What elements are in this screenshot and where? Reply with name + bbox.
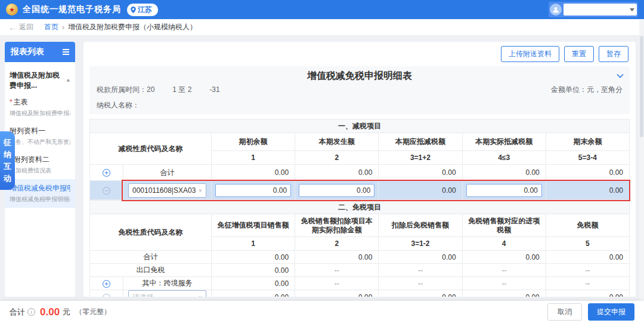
cell-value: 0.00 [546,165,629,181]
location-pin-icon [131,7,136,13]
back-arrow-icon[interactable]: ← [8,23,17,32]
footer-amount-words: （零元整） [75,307,111,317]
cell-value: 0.00 [546,251,629,264]
row-label: 其中：跨境服务 [123,277,212,290]
report-list-sidebar: 报表列表 增值税及附加税费申报... ∧ *主表 增值税及附加税费申报表 附列资… [5,42,75,297]
chevron-up-icon: ∧ [66,78,70,83]
collapse-menu-icon[interactable] [63,49,69,55]
sidebar-item-sub: 附加税费情况表 [10,167,70,175]
sidebar-item-main-form[interactable]: *主表 增值税及附加税费申报表 [5,93,75,122]
cell-value: 0.00 [212,277,295,290]
sidebar-item-reduction-detail[interactable]: 增值税减免税申报明... 增值税减免税申报明细表 [5,179,75,208]
collapse-form-chevron-icon[interactable] [617,70,624,81]
breadcrumb-current: 增值税及附加税费申报（小规模纳税人） [68,22,197,32]
col-formula: 3=1-2 [379,237,462,251]
col-header: 免税销售额扣除项目本期实际扣除金额 [295,214,379,237]
cell-value: -- [295,277,379,290]
cell-value: 0.00 [212,264,295,277]
col-header: 期初余额 [212,133,295,151]
exemption-section-title: 二、免税项目 [90,201,630,214]
cell-value: -- [462,264,546,277]
reduction-table: 一、减税项目 减税性质代码及名称 期初余额 本期发生额 本期应抵减税额 本期实际… [89,119,630,200]
sidebar-item-sub: 增值税及附加税费申报表 [10,109,70,118]
header-row: 免税性质代码及名称 免征增值税项目销售额 免税销售额扣除项目本期实际扣除金额 扣… [90,214,630,237]
user-avatar-icon [550,4,562,16]
floating-tab-char: 纳 [0,149,15,161]
sidebar-group-header[interactable]: 增值税及附加税费申报... ∧ [5,62,75,93]
opening-balance-input[interactable] [215,184,291,197]
region-badge[interactable]: 江苏 [127,4,158,16]
col-header: 免征增值税项目销售额 [212,214,295,237]
chevron-down-icon [630,8,634,11]
user-name-field[interactable] [564,4,637,16]
amount-unit-note: 金额单位：元，至角分 [551,85,623,95]
exemption-table: 二、免税项目 免税性质代码及名称 免征增值税项目销售额 免税销售额扣除项目本期实… [89,200,630,297]
breadcrumb-home[interactable]: 首页 [44,22,58,32]
sidebar-header: 报表列表 [5,42,75,62]
col-formula: 5=3-4 [546,151,629,165]
row-label: 合计 [90,251,212,264]
remove-row-icon[interactable]: − [103,187,110,195]
reset-button[interactable]: 重置 [564,46,594,62]
cell-value: 0.00 [379,251,462,264]
cell-value: 0.00 [212,290,295,297]
upload-attachments-button[interactable]: 上传附送资料 [501,46,559,62]
select-placeholder: 请选择 [132,293,154,297]
col-formula: 3=1+2 [379,151,462,165]
submit-declaration-button[interactable]: 提交申报 [588,303,634,321]
top-bar: ★ 全国统一规范电子税务局 江苏 [0,0,644,19]
chevron-down-icon: ∨ [198,188,202,193]
breadcrumb: ← 返回 首页 › 增值税及附加税费申报（小规模纳税人） [0,19,644,36]
scrollbar-thumb[interactable] [640,36,643,137]
sidebar-item-label: 主表 [14,98,28,106]
save-draft-button[interactable]: 暂存 [599,46,628,62]
page-scrollbar[interactable] [639,19,644,323]
col-header: 本期应抵减税额 [379,133,462,151]
tax-interaction-floating-tab[interactable]: 征 纳 互 动 [0,131,15,190]
actual-offset-input[interactable] [466,184,542,197]
form-toolbar: 上传附送资料 重置 暂存 [89,42,630,66]
cell-value: 0.00 [212,251,295,264]
col-header: 本期实际抵减税额 [462,133,546,151]
reduction-table-wrap: 一、减税项目 减税性质代码及名称 期初余额 本期发生额 本期应抵减税额 本期实际… [89,119,630,200]
col-formula: 4 [462,237,546,251]
add-row-icon[interactable]: + [103,280,110,288]
table-row: 出口免税 0.00 -- -- -- -- [90,264,630,277]
chevron-down-icon: ∨ [198,295,202,297]
col-formula: 5 [546,237,629,251]
required-asterisk: * [10,98,13,106]
tax-period-value: 20 1 至 2 -31 [147,85,220,94]
remove-row-icon[interactable]: − [103,294,110,297]
sidebar-item-sub: 增值税减免税申报明细表 [10,195,70,204]
national-emblem-logo: ★ [6,4,18,16]
col-header: 免税额 [546,214,629,237]
add-row-icon[interactable]: + [103,169,110,177]
section-title-row: 一、减税项目 [90,119,630,133]
sidebar-item-appendix-1[interactable]: 附列资料一 服务、不动产和无形资产扣.. [5,122,75,150]
reduction-code-select[interactable]: 0001011608|SXA03190112... ∨ [128,183,206,198]
highlighted-detail-row: − 0001011608|SXA03190112... ∨ 0.00 0.00 [90,181,630,200]
breadcrumb-separator: › [62,23,64,32]
cell-value: 0.00 [295,165,379,181]
footer-unit: 元 [63,307,70,318]
col-formula: 1 [212,237,295,251]
header-row: 减税性质代码及名称 期初余额 本期发生额 本期应抵减税额 本期实际抵减税额 期末… [90,133,630,151]
selected-code: 0001011608|SXA03190112... [132,186,196,195]
cell-value: -- [379,277,462,290]
cell-value: -- [546,264,629,277]
cell-value: 0.00 [379,165,462,181]
cell-value: 0.00 [379,290,462,297]
user-account-box[interactable] [549,2,638,17]
cancel-button[interactable]: 取消 [547,303,582,321]
col-header-code-name: 减税性质代码及名称 [90,133,212,165]
form-title: 增值税减免税申报明细表 [97,69,623,82]
tax-period: 税款所属时间：20 1 至 2 -31 [97,85,220,95]
exemption-code-select[interactable]: 请选择 ∨ [128,290,206,297]
current-period-input[interactable] [299,184,374,197]
cell-value: 0.00 [212,165,295,181]
floating-tab-char: 互 [0,161,15,173]
sidebar-item-appendix-2[interactable]: *附列资料二 附加税费情况表 [5,150,75,179]
form-header: 增值税减免税申报明细表 税款所属时间：20 1 至 2 -31 金额单位：元，至… [89,66,630,114]
back-link[interactable]: 返回 [19,22,33,32]
info-icon[interactable]: i [27,308,35,316]
